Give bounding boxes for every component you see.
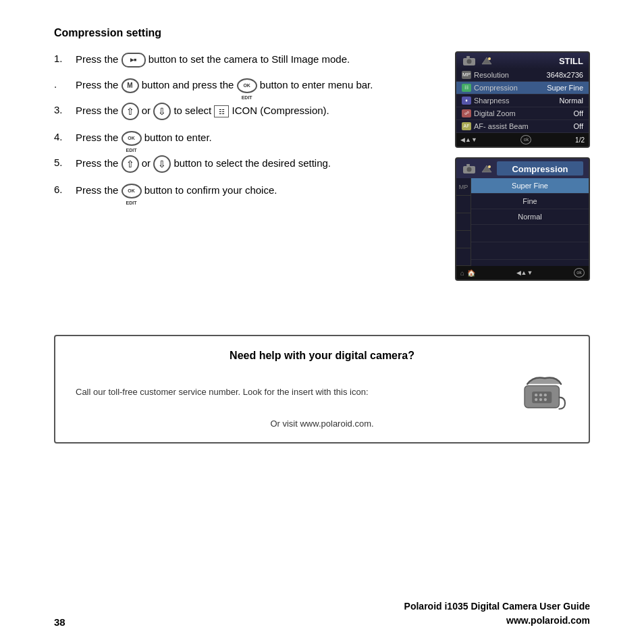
help-body-row: Call our toll-free customer service numb… xyxy=(76,371,568,412)
ok-edit-button-icon: OKEDIT xyxy=(237,78,257,93)
page-footer: 38 Polaroid i1035 Digital Camera User Gu… xyxy=(0,593,644,635)
down-arrow-button-icon-step5: ⇩ xyxy=(153,155,171,173)
row-icon-af-assist: AF xyxy=(462,122,471,130)
svg-point-12 xyxy=(535,394,537,396)
screen-row-sharpness: ♦ Sharpness Normal xyxy=(456,95,589,107)
row-icon-digital-zoom: ☍ xyxy=(462,109,471,117)
ok-button-icon-step4: OKEDIT xyxy=(122,131,142,146)
help-box: Need help with your digital camera? Call… xyxy=(54,335,590,444)
left-icon-column: MP xyxy=(456,178,471,266)
compression-option-normal: Normal xyxy=(471,209,589,225)
screen-row-digital-zoom: ☍ Digital Zoom Off xyxy=(456,107,589,120)
step-dot: . Press the M button and press the OKEDI… xyxy=(54,77,441,93)
step-content-6: Press the OKEDIT button to confirm your … xyxy=(76,182,441,198)
footer-ok-btn: ok xyxy=(520,135,531,144)
svg-point-17 xyxy=(544,398,547,401)
row-icon-sharpness: ♦ xyxy=(462,97,471,105)
screen-row-af-assist: AF AF- assist Beam Off xyxy=(456,120,589,133)
compression-option-super-fine: Super Fine xyxy=(471,178,589,194)
compression-icon: ☷ xyxy=(214,105,229,117)
step-num-4: 4. xyxy=(54,130,70,146)
camera-screen-still: STILL MP Resolution 3648x2736 ☷ Compress… xyxy=(455,51,590,148)
svg-point-9 xyxy=(488,165,491,168)
camera-icon-screen1 xyxy=(462,55,477,66)
svg-rect-7 xyxy=(466,164,470,166)
resolution-label: MP Resolution xyxy=(462,71,509,79)
footer-title-line2: www.polaroid.com xyxy=(506,615,590,626)
step-content-dot: Press the M button and press the OKEDIT … xyxy=(76,77,441,93)
sharpness-value: Normal xyxy=(560,97,583,105)
svg-point-4 xyxy=(488,57,491,60)
steps-text: 1. Press the ▶■ button to set the camera… xyxy=(54,51,441,281)
footer-page: 1/2 xyxy=(575,136,585,144)
up-arrow-button-icon-step5: ⇧ xyxy=(122,155,139,173)
mountain-icon-screen1 xyxy=(481,55,493,66)
help-box-title: Need help with your digital camera? xyxy=(230,350,414,362)
footer-house-icon: 🏠 xyxy=(467,269,475,277)
row-icon-resolution: MP xyxy=(462,71,471,79)
compression-screen-title: Compression xyxy=(512,164,568,174)
up-arrow-button-icon: ⇧ xyxy=(122,103,139,120)
svg-rect-11 xyxy=(532,392,552,403)
compression-option-fine: Fine xyxy=(471,194,589,209)
svg-point-1 xyxy=(467,59,472,64)
camera-screen-compression: Compression MP xyxy=(455,157,590,281)
row-icon-compression: ☷ xyxy=(462,84,471,92)
ok-button-icon-step6: OKEDIT xyxy=(122,184,142,198)
footer-nav-icons-comp: ◀▲▼ xyxy=(516,269,533,276)
step-num-5: 5. xyxy=(54,155,70,173)
screen-still-footer: ◀▲▼ ok 1/2 xyxy=(456,133,589,146)
compression-option-list: Super Fine Fine Normal xyxy=(471,178,589,266)
step-content-3: Press the ⇧ or ⇩ to select ☷ ICON (Compr… xyxy=(76,103,441,120)
step-3: 3. Press the ⇧ or ⇩ to select ☷ ICON (Co… xyxy=(54,103,441,120)
footer-page-number: 38 xyxy=(54,616,65,628)
compression-label: ☷ Compression xyxy=(462,84,518,92)
svg-point-13 xyxy=(539,394,542,396)
footer-book-title: Polaroid i1035 Digital Camera User Guide… xyxy=(404,599,590,628)
footer-title-line1: Polaroid i1035 Digital Camera User Guide xyxy=(404,601,590,612)
step-content-5: Press the ⇧ or ⇩ button to select the de… xyxy=(76,155,441,173)
icon-mp: MP xyxy=(459,184,468,190)
svg-rect-2 xyxy=(466,56,470,58)
mountain-icon-screen2 xyxy=(481,163,493,174)
footer-home-icon: ⌂ xyxy=(460,269,464,277)
step-num-6: 6. xyxy=(54,182,70,198)
step-num-3: 3. xyxy=(54,103,70,120)
step-num-1: 1. xyxy=(54,51,70,68)
step-content-4: Press the OKEDIT button to enter. xyxy=(76,130,441,146)
af-assist-label: AF AF- assist Beam xyxy=(462,122,529,130)
screen-row-compression: ☷ Compression Super Fine xyxy=(456,82,589,95)
digital-zoom-value: Off xyxy=(574,109,583,117)
step-num-dot: . xyxy=(54,77,70,93)
step5-or: or xyxy=(142,157,154,169)
section-heading: Compression setting xyxy=(54,27,590,39)
step-5: 5. Press the ⇧ or ⇩ button to select the… xyxy=(54,155,441,173)
screens-area: STILL MP Resolution 3648x2736 ☷ Compress… xyxy=(455,51,590,281)
steps-area: 1. Press the ▶■ button to set the camera… xyxy=(54,51,590,281)
digital-zoom-label: ☍ Digital Zoom xyxy=(462,109,516,117)
step-content-1: Press the ▶■ button to set the camera to… xyxy=(76,51,441,68)
still-mode-button-icon: ▶■ xyxy=(122,53,146,68)
svg-point-6 xyxy=(467,167,472,171)
phone-icon xyxy=(521,371,568,412)
sharpness-label: ♦ Sharpness xyxy=(462,97,510,105)
resolution-value: 3648x2736 xyxy=(547,71,583,79)
screen-still-title: STILL xyxy=(559,56,583,66)
step-6: 6. Press the OKEDIT button to confirm yo… xyxy=(54,182,441,198)
m-button-icon: M xyxy=(122,78,139,93)
screen-row-resolution: MP Resolution 3648x2736 xyxy=(456,69,589,82)
footer-nav-icons: ◀▲▼ xyxy=(460,136,477,143)
compression-screen-footer: ⌂ 🏠 ◀▲▼ ok xyxy=(456,266,589,279)
screen-still-header: STILL xyxy=(456,53,589,69)
step3-or: or xyxy=(142,105,154,116)
svg-point-16 xyxy=(539,398,542,401)
svg-point-15 xyxy=(535,398,537,401)
camera-icon-screen2 xyxy=(462,163,477,174)
compression-options-area: MP Super Fine Fine Normal xyxy=(456,178,589,266)
help-url-text: Or visit www.polaroid.com. xyxy=(270,419,373,429)
down-arrow-button-icon: ⇩ xyxy=(153,103,171,120)
footer-ok-btn-comp: ok xyxy=(574,268,585,277)
svg-point-14 xyxy=(544,394,547,396)
step-1: 1. Press the ▶■ button to set the camera… xyxy=(54,51,441,68)
step-4: 4. Press the OKEDIT button to enter. xyxy=(54,130,441,146)
